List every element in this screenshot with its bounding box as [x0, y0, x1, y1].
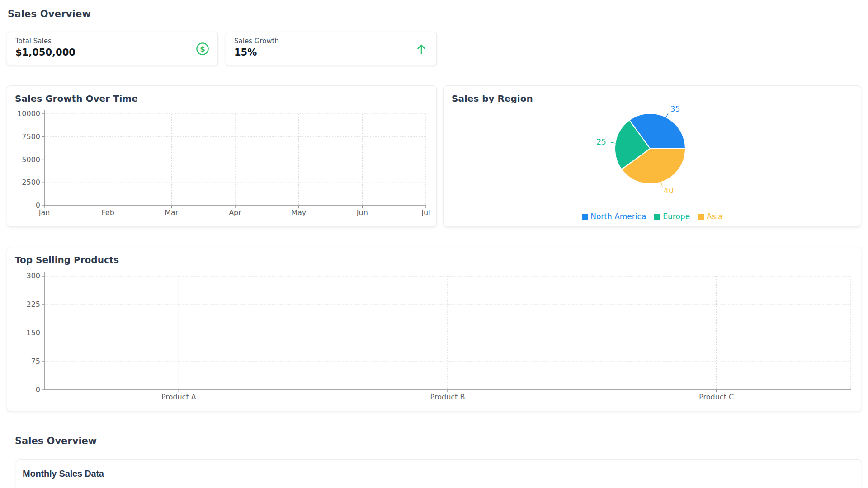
sales-growth-line-chart: 025005000750010000JanFebMarAprMayJunJul [7, 86, 436, 226]
charts-row: Sales Growth Over Time 02500500075001000… [7, 85, 861, 227]
section-title: Sales Overview [15, 435, 861, 447]
legend-swatch [698, 214, 704, 220]
svg-text:300: 300 [26, 272, 40, 280]
legend-label: Asia [707, 212, 723, 221]
svg-text:Jan: Jan [38, 208, 50, 217]
top-products-bar-chart: 075150225300Product AProduct BProduct C [7, 247, 861, 411]
svg-text:0: 0 [36, 385, 40, 394]
svg-text:225: 225 [26, 300, 40, 309]
sales-growth-value: 15% [234, 47, 428, 58]
dollar-circle-icon: $ [196, 42, 209, 56]
svg-text:75: 75 [31, 357, 40, 366]
legend-swatch [654, 214, 660, 220]
svg-text:2500: 2500 [22, 178, 40, 187]
svg-text:40: 40 [664, 186, 674, 195]
monthly-sales-card: Monthly Sales Data [16, 459, 861, 488]
sales-by-region-pie-chart: 352540 [444, 86, 861, 212]
svg-text:Product B: Product B [430, 393, 465, 401]
svg-text:5000: 5000 [22, 155, 40, 164]
monthly-sales-title: Monthly Sales Data [23, 469, 861, 479]
total-sales-label: Total Sales [15, 37, 209, 45]
svg-text:Apr: Apr [229, 208, 241, 217]
dashboard-page: Sales Overview Total Sales $1,050,000 $ … [0, 0, 868, 488]
svg-text:Jul: Jul [421, 208, 430, 217]
total-sales-card: Total Sales $1,050,000 $ [7, 32, 218, 65]
svg-text:Product A: Product A [161, 393, 196, 401]
svg-text:150: 150 [26, 328, 40, 337]
legend-label: North America [590, 212, 646, 221]
sales-by-region-panel: Sales by Region 352540 North AmericaEuro… [443, 85, 861, 227]
svg-text:Feb: Feb [102, 208, 114, 217]
top-products-panel: Top Selling Products 075150225300Product… [7, 247, 861, 411]
svg-text:May: May [291, 208, 306, 217]
svg-text:25: 25 [596, 137, 606, 146]
legend-swatch [582, 214, 588, 220]
sales-growth-label: Sales Growth [234, 37, 428, 45]
arrow-up-icon [415, 42, 428, 56]
total-sales-value: $1,050,000 [15, 47, 209, 58]
legend-item: Europe [654, 212, 690, 221]
sales-growth-chart-panel: Sales Growth Over Time 02500500075001000… [7, 85, 437, 227]
svg-text:35: 35 [670, 104, 680, 113]
legend-label: Europe [663, 212, 690, 221]
svg-text:$: $ [200, 45, 205, 53]
page-title: Sales Overview [8, 8, 861, 20]
sales-growth-card: Sales Growth 15% [226, 32, 437, 65]
svg-text:10000: 10000 [17, 109, 40, 118]
legend-item: Asia [698, 212, 723, 221]
svg-text:Product C: Product C [699, 393, 734, 401]
pie-legend: North AmericaEuropeAsia [444, 212, 861, 221]
stat-cards-row: Total Sales $1,050,000 $ Sales Growth 15… [7, 32, 861, 65]
svg-text:Jun: Jun [356, 208, 368, 217]
legend-item: North America [582, 212, 646, 221]
svg-text:Mar: Mar [165, 208, 179, 217]
svg-text:7500: 7500 [22, 132, 40, 141]
